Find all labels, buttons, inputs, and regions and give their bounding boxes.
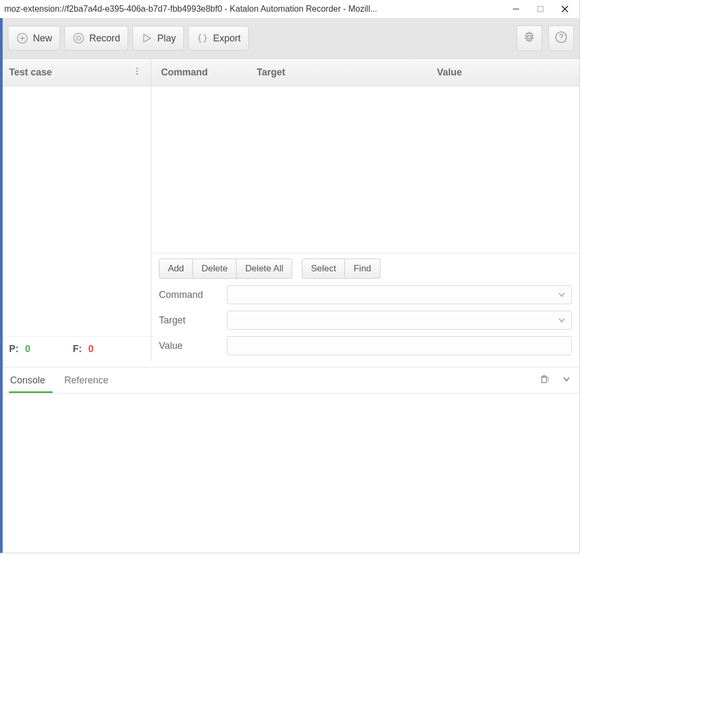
kebab-icon bbox=[132, 66, 142, 79]
test-case-header: Test case bbox=[3, 59, 151, 87]
pass-fail-bar: P: 0 F: 0 bbox=[3, 336, 151, 362]
value-field-row: Value bbox=[159, 336, 572, 355]
select-button[interactable]: Select bbox=[302, 259, 345, 279]
record-label: Record bbox=[89, 33, 120, 44]
command-field-label: Command bbox=[159, 289, 217, 301]
command-field-row: Command bbox=[159, 285, 572, 304]
value-input[interactable] bbox=[227, 336, 572, 355]
help-button[interactable] bbox=[548, 25, 574, 51]
target-input[interactable] bbox=[227, 311, 571, 329]
delete-button[interactable]: Delete bbox=[193, 259, 236, 279]
svg-point-8 bbox=[77, 36, 80, 40]
new-button[interactable]: New bbox=[8, 26, 60, 50]
chevron-down-icon bbox=[562, 375, 571, 386]
svg-point-7 bbox=[74, 33, 83, 43]
minimize-button[interactable] bbox=[504, 0, 528, 18]
fail-label: F: bbox=[73, 344, 82, 355]
collapse-console-button[interactable] bbox=[560, 374, 573, 387]
svg-rect-1 bbox=[538, 6, 543, 12]
value-field-label: Value bbox=[159, 340, 217, 352]
window-title: moz-extension://f2ba7a4d-e395-406a-b7d7-… bbox=[4, 4, 504, 14]
play-icon bbox=[140, 32, 153, 45]
delete-all-button[interactable]: Delete All bbox=[236, 259, 292, 279]
window-root: moz-extension://f2ba7a4d-e395-406a-b7d7-… bbox=[0, 0, 580, 553]
pass-label: P: bbox=[9, 344, 19, 355]
record-button[interactable]: Record bbox=[64, 26, 128, 50]
test-case-menu-button[interactable] bbox=[129, 64, 146, 81]
svg-point-15 bbox=[137, 73, 138, 75]
pass-value: 0 bbox=[25, 344, 30, 355]
plus-icon bbox=[16, 32, 29, 45]
test-case-header-label: Test case bbox=[9, 67, 52, 78]
play-label: Play bbox=[157, 33, 176, 44]
main-toolbar: New Record Play bbox=[3, 18, 579, 59]
svg-point-13 bbox=[137, 67, 138, 69]
command-input[interactable] bbox=[227, 286, 571, 304]
export-label: Export bbox=[213, 33, 241, 44]
console-body[interactable] bbox=[3, 393, 579, 553]
settings-button[interactable] bbox=[517, 25, 542, 51]
content: New Record Play bbox=[3, 18, 579, 553]
col-value: Value bbox=[427, 67, 579, 78]
target-field-row: Target bbox=[159, 311, 572, 330]
trash-icon bbox=[539, 374, 549, 387]
close-button[interactable] bbox=[553, 0, 577, 18]
locate-group: Select Find bbox=[302, 259, 380, 279]
test-case-list[interactable] bbox=[3, 87, 151, 336]
svg-marker-9 bbox=[144, 35, 151, 42]
steps-pane: Command Target Value Add Delete Delete A… bbox=[151, 59, 579, 362]
col-target: Target bbox=[247, 67, 427, 78]
export-button[interactable]: Export bbox=[188, 26, 249, 50]
fail-value: 0 bbox=[88, 344, 94, 355]
work-area: Test case P: 0 F: 0 bbox=[3, 59, 579, 362]
test-case-pane: Test case P: 0 F: 0 bbox=[3, 59, 151, 362]
maximize-button[interactable] bbox=[528, 0, 553, 18]
new-label: New bbox=[33, 33, 52, 44]
svg-point-14 bbox=[137, 71, 138, 72]
body-wrap: New Record Play bbox=[0, 18, 579, 553]
step-editor: Add Delete Delete All Select Find Comman… bbox=[151, 253, 579, 362]
titlebar: moz-extension://f2ba7a4d-e395-406a-b7d7-… bbox=[0, 0, 579, 18]
gear-icon bbox=[523, 31, 536, 46]
help-icon bbox=[555, 31, 568, 46]
play-button[interactable]: Play bbox=[132, 26, 184, 50]
find-button[interactable]: Find bbox=[345, 259, 380, 279]
svg-point-10 bbox=[528, 35, 531, 38]
target-combo[interactable] bbox=[227, 311, 572, 330]
editor-button-row: Add Delete Delete All Select Find bbox=[159, 259, 572, 279]
console-tabs: Console Reference bbox=[3, 367, 579, 393]
add-button[interactable]: Add bbox=[159, 259, 193, 279]
steps-table-header: Command Target Value bbox=[151, 59, 579, 87]
record-icon bbox=[72, 32, 85, 45]
console-controls bbox=[538, 374, 573, 387]
target-field-label: Target bbox=[159, 315, 217, 326]
command-combo[interactable] bbox=[227, 285, 572, 304]
col-command: Command bbox=[151, 67, 247, 78]
svg-point-12 bbox=[561, 39, 562, 40]
steps-table-body[interactable] bbox=[151, 87, 579, 253]
tab-reference[interactable]: Reference bbox=[63, 369, 116, 392]
tab-console[interactable]: Console bbox=[9, 369, 53, 392]
edit-group: Add Delete Delete All bbox=[159, 259, 292, 279]
braces-icon bbox=[196, 32, 209, 45]
clear-log-button[interactable] bbox=[538, 374, 551, 387]
